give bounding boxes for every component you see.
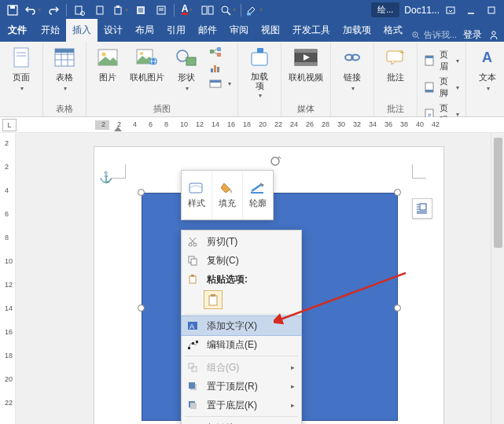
cm-copy[interactable]: 复制(C)	[182, 251, 301, 270]
svg-rect-85	[189, 276, 196, 283]
find-icon[interactable]: ▾	[219, 2, 237, 19]
mini-style-button[interactable]: 样式	[182, 171, 212, 219]
redo-icon[interactable]	[44, 2, 63, 19]
resize-handle[interactable]	[394, 304, 401, 312]
svg-rect-49	[211, 68, 213, 72]
comment-icon: +	[383, 45, 408, 70]
cm-paste-options	[182, 289, 301, 312]
smartart-button[interactable]	[208, 45, 233, 59]
new-doc-icon[interactable]	[90, 2, 109, 19]
maximize-icon[interactable]	[482, 2, 501, 19]
paste-option-1[interactable]	[204, 290, 223, 309]
cm-hyperlink[interactable]: 超链接(I)	[182, 418, 301, 424]
reading-view-icon[interactable]	[152, 2, 171, 19]
font-color-icon[interactable]: A▾	[178, 2, 197, 19]
group-links: 链接▾	[331, 42, 374, 116]
footer-button[interactable]: 页脚▾	[422, 75, 461, 100]
svg-rect-71	[420, 204, 426, 210]
undo-icon[interactable]: ▾	[24, 2, 42, 19]
tab-design[interactable]: 设计	[97, 19, 129, 42]
tab-home[interactable]: 开始	[35, 19, 66, 42]
resize-handle[interactable]	[138, 189, 145, 196]
textbox-button[interactable]: A 文本▾	[471, 45, 504, 92]
ruler-horizontal[interactable]: 224681012141618202224262830323436384042	[95, 119, 504, 131]
ruler-vertical[interactable]: 2246810121416182022	[0, 133, 16, 424]
tab-review[interactable]: 审阅	[223, 19, 255, 42]
svg-rect-43	[186, 57, 196, 65]
screenshot-button[interactable]: ▾	[208, 76, 233, 90]
page-button[interactable]: 页面▾	[5, 45, 38, 92]
scroll-thumb[interactable]	[494, 138, 502, 248]
links-button[interactable]: 链接▾	[336, 45, 369, 92]
svg-rect-6	[116, 6, 120, 8]
cm-add-text[interactable]: A 添加文字(X)	[182, 316, 301, 335]
svg-rect-93	[196, 341, 198, 343]
tab-references[interactable]: 引用	[160, 19, 192, 42]
addins-button[interactable]: 加载 项▾	[243, 45, 276, 99]
svg-text:A: A	[189, 323, 194, 330]
picture-button[interactable]: 图片	[91, 45, 124, 83]
tab-insert[interactable]: 插入	[66, 19, 97, 42]
layout-options-button[interactable]	[412, 198, 432, 219]
online-picture-icon	[134, 45, 160, 70]
svg-point-79	[189, 243, 192, 246]
cm-edit-points[interactable]: 编辑顶点(E)	[182, 335, 301, 354]
svg-rect-14	[202, 6, 207, 14]
vertical-scrollbar[interactable]	[491, 133, 504, 424]
tab-developer[interactable]: 开发工具	[286, 19, 337, 42]
shapes-button[interactable]: 形状▾	[170, 45, 203, 92]
submenu-arrow-icon: ▸	[291, 401, 295, 409]
highlight-icon[interactable]: ▾	[245, 2, 263, 19]
rotate-handle[interactable]	[269, 155, 281, 171]
mini-toolbar: 样式 填充 轮廓	[181, 170, 274, 220]
signin-link[interactable]: 登录	[463, 28, 482, 42]
mini-outline-button[interactable]: 轮廓	[243, 171, 273, 219]
share-icon[interactable]	[488, 30, 499, 41]
cm-send-back[interactable]: 置于底层(K) ▸	[182, 396, 301, 415]
minimize-icon[interactable]	[462, 2, 480, 19]
online-video-button[interactable]: 联机视频	[286, 45, 326, 83]
smartart-icon	[209, 46, 222, 58]
tell-me-search[interactable]: 告诉我...	[411, 29, 457, 41]
cm-cut[interactable]: 剪切(T)	[182, 232, 301, 251]
print-preview-icon[interactable]	[70, 2, 89, 19]
cm-bring-front[interactable]: 置于顶层(R) ▸	[182, 377, 301, 396]
svg-rect-95	[192, 367, 197, 371]
tab-format[interactable]: 格式	[377, 19, 409, 42]
resize-handle[interactable]	[138, 304, 145, 312]
tab-layout[interactable]: 布局	[129, 19, 160, 42]
svg-rect-97	[189, 382, 195, 389]
table-button[interactable]: 表格▾	[48, 45, 81, 92]
ruler-corner[interactable]: L	[2, 119, 17, 131]
ruler-area: L 22468101214161820222426283032343638404…	[0, 117, 504, 133]
svg-rect-46	[217, 53, 221, 57]
comment-button[interactable]: + 批注	[379, 45, 412, 83]
chart-icon	[209, 61, 222, 74]
save-icon[interactable]	[3, 2, 22, 19]
group-comments: + 批注 批注	[374, 42, 418, 116]
doc-view-icon[interactable]	[131, 2, 150, 19]
header-button[interactable]: 页眉▾	[422, 48, 461, 73]
doc-title-area: 绘... Doc11...	[371, 2, 440, 17]
ribbon-options-icon[interactable]	[441, 2, 460, 19]
textbox-icon: A	[475, 45, 500, 70]
cm-paste-label: 粘贴选项:	[182, 270, 301, 289]
group-label-tables: 表格	[56, 101, 73, 115]
svg-rect-19	[447, 7, 454, 13]
online-picture-button[interactable]: 联机图片	[127, 45, 167, 83]
resize-handle[interactable]	[394, 189, 401, 196]
online-video-icon	[293, 45, 318, 70]
paste-icon[interactable]: ▾	[111, 2, 130, 19]
margin-marker	[412, 164, 426, 179]
screenshot-icon	[209, 77, 222, 90]
tab-file[interactable]: 文件	[0, 19, 35, 42]
tab-view[interactable]: 视图	[255, 19, 286, 42]
mini-fill-button[interactable]: 填充	[212, 171, 243, 219]
tab-mailings[interactable]: 邮件	[192, 19, 223, 42]
svg-rect-53	[210, 80, 221, 83]
svg-point-38	[140, 52, 143, 55]
svg-rect-87	[209, 296, 217, 305]
chart-button[interactable]	[208, 61, 233, 75]
layout-icon[interactable]	[198, 2, 217, 19]
tab-addins[interactable]: 加载项	[337, 19, 377, 42]
